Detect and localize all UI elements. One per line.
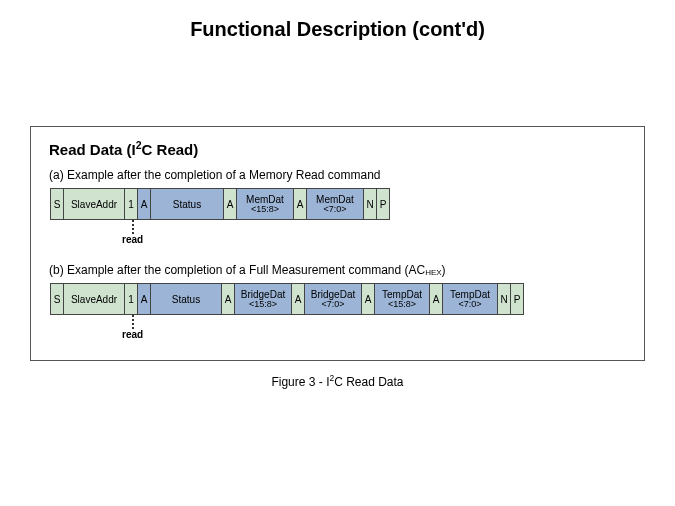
- byte-cell-label: A: [295, 294, 302, 305]
- byte-cell: TempDat<15:8>: [374, 283, 430, 315]
- read-marker: read: [132, 315, 162, 340]
- byte-cell: S: [50, 188, 64, 220]
- example-b-row: SSlaveAddr1AStatusABridgeDat<15:8>ABridg…: [51, 283, 626, 315]
- byte-cell: P: [376, 188, 390, 220]
- read-marker-line: [132, 315, 134, 329]
- byte-cell-label: 1: [128, 199, 134, 210]
- figure-caption: Figure 3 - I2C Read Data: [0, 373, 675, 389]
- example-a-row: SSlaveAddr1AStatusAMemDat<15:8>AMemDat<7…: [51, 188, 626, 220]
- byte-cell-label: N: [500, 294, 507, 305]
- byte-cell: N: [497, 283, 511, 315]
- byte-cell: S: [50, 283, 64, 315]
- box-heading: Read Data (I2C Read): [49, 139, 626, 158]
- byte-cell: MemDat<15:8>: [236, 188, 294, 220]
- read-marker-label: read: [122, 329, 143, 340]
- byte-cell: A: [137, 188, 151, 220]
- byte-cell-label: A: [225, 294, 232, 305]
- byte-cell-label: A: [365, 294, 372, 305]
- byte-cell-label: A: [433, 294, 440, 305]
- byte-cell: A: [361, 283, 375, 315]
- byte-cell: Status: [150, 188, 224, 220]
- byte-cell: A: [221, 283, 235, 315]
- page-title: Functional Description (cont'd): [0, 0, 675, 41]
- byte-cell-label: S: [54, 199, 61, 210]
- byte-cell-label: TempDat: [382, 289, 422, 300]
- byte-cell: BridgeDat<15:8>: [234, 283, 292, 315]
- byte-cell: BridgeDat<7:0>: [304, 283, 362, 315]
- byte-cell-label: SlaveAddr: [71, 294, 117, 305]
- byte-cell: A: [223, 188, 237, 220]
- byte-cell-bits: <15:8>: [251, 205, 279, 215]
- byte-cell: SlaveAddr: [63, 283, 125, 315]
- example-a-label: (a) Example after the completion of a Me…: [49, 168, 626, 182]
- byte-cell-label: N: [366, 199, 373, 210]
- byte-cell: 1: [124, 188, 138, 220]
- byte-cell-label: TempDat: [450, 289, 490, 300]
- byte-cell-label: SlaveAddr: [71, 199, 117, 210]
- byte-cell-label: A: [227, 199, 234, 210]
- byte-cell-label: P: [380, 199, 387, 210]
- read-marker-line: [132, 220, 134, 234]
- byte-cell-label: A: [141, 294, 148, 305]
- byte-cell-bits: <7:0>: [458, 300, 481, 310]
- byte-cell: 1: [124, 283, 138, 315]
- byte-cell: A: [137, 283, 151, 315]
- byte-cell-label: 1: [128, 294, 134, 305]
- byte-cell: P: [510, 283, 524, 315]
- byte-cell-label: BridgeDat: [241, 289, 285, 300]
- byte-cell-bits: <7:0>: [323, 205, 346, 215]
- byte-cell-bits: <15:8>: [249, 300, 277, 310]
- byte-cell: A: [293, 188, 307, 220]
- byte-cell: A: [429, 283, 443, 315]
- example-b-label: (b) Example after the completion of a Fu…: [49, 263, 626, 277]
- byte-cell-bits: <15:8>: [388, 300, 416, 310]
- byte-cell-bits: <7:0>: [321, 300, 344, 310]
- byte-cell: TempDat<7:0>: [442, 283, 498, 315]
- byte-cell-label: P: [514, 294, 521, 305]
- byte-cell: N: [363, 188, 377, 220]
- byte-cell-label: Status: [172, 294, 200, 305]
- byte-cell: MemDat<7:0>: [306, 188, 364, 220]
- read-marker: read: [132, 220, 162, 245]
- byte-cell-label: MemDat: [316, 194, 354, 205]
- byte-cell-label: A: [141, 199, 148, 210]
- byte-cell: A: [291, 283, 305, 315]
- diagram-box: Read Data (I2C Read) (a) Example after t…: [30, 126, 645, 361]
- byte-cell: SlaveAddr: [63, 188, 125, 220]
- read-marker-label: read: [122, 234, 143, 245]
- byte-cell-label: A: [297, 199, 304, 210]
- byte-cell-label: Status: [173, 199, 201, 210]
- byte-cell-label: BridgeDat: [311, 289, 355, 300]
- byte-cell: Status: [150, 283, 222, 315]
- byte-cell-label: MemDat: [246, 194, 284, 205]
- byte-cell-label: S: [54, 294, 61, 305]
